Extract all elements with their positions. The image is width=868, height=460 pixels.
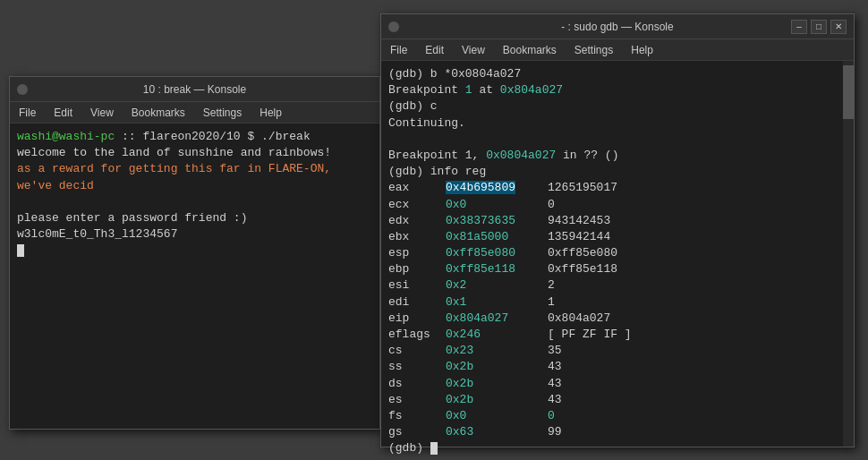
reg-fs-name: fs [388,408,442,424]
left-prompt-user: washi@washi-pc [17,130,115,143]
right-line-6: Breakpoint 1, 0x0804a027 in ?? () [388,148,836,164]
reg-gs-dec: 99 [548,424,562,440]
reg-es-hex: 0x2b [446,392,544,408]
left-menu-settings[interactable]: Settings [200,105,245,121]
reg-esp-hex: 0xff85e080 [446,245,544,261]
reg-es-name: es [388,392,442,408]
reg-ebp: ebp 0xff85e118 0xff85e118 [388,261,836,277]
left-terminal-content: washi@washi-pc :: flareon2020/10 $ ./bre… [10,124,379,265]
right-window-title: - : sudo gdb — Konsole [561,21,673,33]
reg-eax-hex: 0x4b695809 [446,180,544,196]
right-line-3: (gdb) c [388,98,836,115]
right-menu-edit[interactable]: Edit [421,42,447,58]
reg-ebp-hex: 0xff85e118 [446,261,544,277]
right-window-dots [388,21,399,32]
reg-eflags: eflags 0x246 [ PF ZF IF ] [388,327,836,343]
reg-edi-dec: 1 [548,294,555,311]
reg-ecx-hex: 0x0 [446,197,544,213]
reg-esi: esi 0x2 2 [388,277,836,294]
right-titlebar: - : sudo gdb — Konsole – □ ✕ [381,14,854,39]
right-terminal-window: - : sudo gdb — Konsole – □ ✕ File Edit V… [380,13,855,447]
left-text-password: please enter a password friend :) w3lc0m… [17,211,247,241]
bp-hit-addr: 0x0804a027 [486,149,556,162]
left-line-1: washi@washi-pc :: flareon2020/10 $ ./bre… [17,129,372,145]
right-scrollbar[interactable] [843,61,854,447]
right-line-1: (gdb) b *0x0804a027 [388,66,836,82]
right-line-7: (gdb) info reg [388,164,836,180]
right-menu-help[interactable]: Help [627,42,657,58]
right-prompt-line: (gdb) [388,440,836,456]
right-menu-settings[interactable]: Settings [571,42,617,58]
right-terminal-content: (gdb) b *0x0804a027 Breakpoint 1 at 0x80… [381,61,854,460]
left-line-3: as a reward for getting this far in FLAR… [17,161,372,193]
left-menu-edit[interactable]: Edit [50,105,76,121]
reg-esp: esp 0xff85e080 0xff85e080 [388,245,836,261]
right-cursor [430,442,438,455]
right-scrollbar-thumb[interactable] [843,65,854,119]
close-button[interactable]: ✕ [830,20,847,34]
reg-eip-hex: 0x804a027 [446,311,544,327]
right-menu-view[interactable]: View [458,42,489,58]
reg-ecx-dec: 0 [548,197,555,213]
left-line-6 [17,243,372,259]
reg-esi-name: esi [388,277,442,294]
reg-cs-hex: 0x23 [446,343,544,359]
reg-esi-dec: 2 [548,277,555,294]
reg-eax: eax 0x4b695809 1265195017 [388,180,836,196]
breakpoint-addr: 0x804a027 [500,83,563,97]
reg-es-dec: 43 [548,392,562,408]
left-menubar: File Edit View Bookmarks Settings Help [10,102,379,124]
left-menu-view[interactable]: View [87,105,117,121]
breakpoint-num: 1 [465,83,472,97]
reg-edx-name: edx [388,213,442,229]
reg-edx-dec: 943142453 [548,213,610,229]
bp-hit-text: Breakpoint 1, [388,149,486,162]
reg-eip-dec: 0x804a027 [548,311,610,327]
right-line-2: Breakpoint 1 at 0x804a027 [388,82,836,98]
reg-edi-hex: 0x1 [446,294,544,311]
left-menu-help[interactable]: Help [256,105,285,121]
maximize-button[interactable]: □ [811,20,827,34]
gdb-cmd-c: (gdb) c [388,99,438,113]
bp-hit-rest: in ?? () [563,149,618,162]
reg-ds-hex: 0x2b [446,376,544,392]
reg-ss-name: ss [388,359,442,375]
left-menu-file[interactable]: File [15,105,39,121]
reg-ss-hex: 0x2b [446,359,544,375]
reg-eflags-name: eflags [388,327,442,343]
right-menubar: File Edit View Bookmarks Settings Help [381,39,854,61]
reg-eflags-hex: 0x246 [446,327,544,343]
right-menu-bookmarks[interactable]: Bookmarks [499,42,560,58]
reg-ebp-name: ebp [388,261,442,277]
dot-1 [17,84,28,95]
gdb-cmd-break: (gdb) b *0x0804a027 [388,67,521,81]
reg-eip-name: eip [388,311,442,327]
left-terminal-window: 10 : break — Konsole File Edit View Book… [9,76,380,430]
reg-esp-dec: 0xff85e080 [548,245,617,261]
reg-ebx: ebx 0x81a5000 135942144 [388,229,836,245]
reg-ebp-dec: 0xff85e118 [548,261,617,277]
minimize-button[interactable]: – [791,20,807,34]
left-line-2: welcome to the land of sunshine and rain… [17,145,372,161]
reg-ds-name: ds [388,376,442,392]
reg-fs: fs 0x0 0 [388,408,836,424]
reg-esp-name: esp [388,245,442,261]
reg-eflags-dec: [ PF ZF IF ] [548,327,632,343]
right-gdb-prompt: (gdb) [388,441,430,455]
reg-gs-hex: 0x63 [446,424,544,440]
reg-edi-name: edi [388,294,442,311]
left-text-welcome: welcome to the land of sunshine and rain… [17,146,331,159]
reg-es: es 0x2b 43 [388,392,836,408]
reg-esi-hex: 0x2 [446,277,544,294]
reg-eip: eip 0x804a027 0x804a027 [388,311,836,327]
reg-edi: edi 0x1 1 [388,294,836,311]
right-menu-file[interactable]: File [387,42,411,58]
reg-ds: ds 0x2b 43 [388,376,836,392]
reg-gs: gs 0x63 99 [388,424,836,440]
reg-ss: ss 0x2b 43 [388,359,836,375]
reg-ecx: ecx 0x0 0 [388,197,836,213]
reg-fs-dec: 0 [548,408,555,424]
left-window-title: 10 : break — Konsole [143,83,246,96]
left-menu-bookmarks[interactable]: Bookmarks [128,105,189,121]
reg-eax-dec: 1265195017 [548,180,617,196]
